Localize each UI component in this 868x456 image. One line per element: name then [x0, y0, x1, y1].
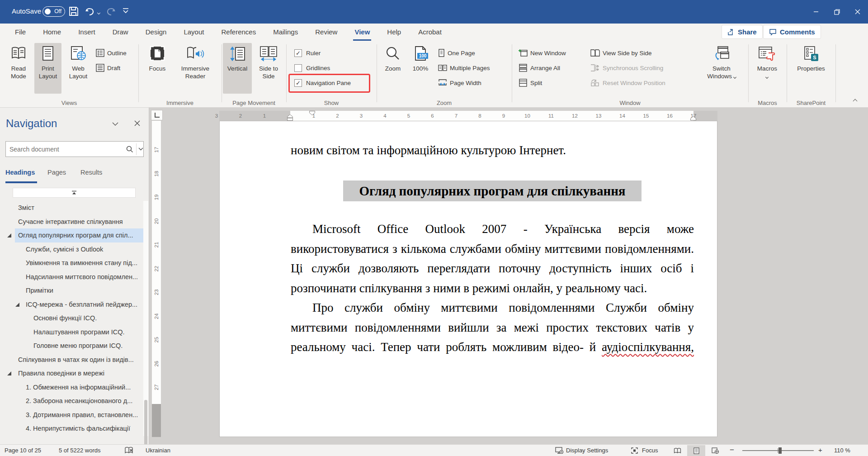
zoom-out-button[interactable]: − [730, 444, 734, 456]
navigation-close-icon[interactable] [134, 120, 141, 127]
page-width-button[interactable]: Page Width [438, 77, 481, 89]
document-page[interactable]: новим світом та інформаційною культурою … [219, 121, 717, 437]
horizontal-ruler[interactable]: 321 1234567891011121314151617 [219, 111, 717, 121]
heading-item[interactable]: ICQ-мережа - безплатний пейджер... [0, 298, 144, 312]
save-button[interactable] [68, 5, 80, 18]
view-side-by-side-button[interactable]: View Side by Side [590, 47, 652, 59]
macros-button[interactable]: Macros [753, 43, 782, 94]
draft-button[interactable]: Draft [96, 62, 120, 74]
search-input[interactable] [9, 142, 123, 157]
navigation-options-chevron-icon[interactable] [112, 122, 118, 126]
restore-button[interactable] [826, 0, 847, 24]
tab-review[interactable]: Review [307, 24, 346, 41]
web-layout-button[interactable]: Web Layout [64, 43, 92, 94]
heading-item[interactable]: Головне меню програми ICQ. [0, 339, 144, 353]
tab-file[interactable]: File [6, 24, 34, 41]
heading-item[interactable]: 1. Обмеження на інформаційний... [0, 380, 144, 394]
vertical-ruler[interactable]: 1718192021222324252627 [152, 121, 161, 437]
one-page-button[interactable]: One Page [438, 47, 475, 59]
search-icon[interactable] [126, 146, 133, 153]
heading-item[interactable]: Правила поведінки в мережі [0, 366, 144, 380]
collapse-ribbon-icon[interactable] [853, 99, 858, 104]
zoom-slider-thumb[interactable] [778, 447, 782, 454]
ruler-checkbox[interactable] [294, 49, 302, 57]
immersive-reader-button[interactable]: Immersive Reader [173, 43, 218, 94]
vertical-button[interactable]: Vertical [223, 43, 252, 94]
focus-mode-label[interactable]: Focus [642, 445, 658, 456]
focus-mode-icon[interactable] [631, 447, 638, 454]
undo-button[interactable] [84, 5, 97, 18]
word-count[interactable]: 5 of 5222 words [59, 445, 101, 456]
zoom-in-button[interactable]: + [818, 444, 822, 456]
tab-mailings[interactable]: Mailings [264, 24, 307, 41]
tab-draw[interactable]: Draw [104, 24, 137, 41]
nav-scrollbar[interactable] [143, 201, 148, 436]
tab-selector[interactable] [151, 110, 163, 120]
tab-home[interactable]: Home [34, 24, 70, 41]
heading-item[interactable]: Служби, сумісні з Outlook [0, 242, 144, 256]
reset-window-position-button[interactable]: Reset Window Position [590, 77, 665, 89]
autosave-toggle[interactable]: Off [42, 6, 65, 17]
right-indent-marker[interactable] [690, 116, 696, 121]
display-settings-label[interactable]: Display Settings [566, 445, 608, 456]
display-settings-icon[interactable] [555, 447, 563, 454]
nav-tab-results[interactable]: Results [80, 169, 102, 176]
heading-item[interactable]: Надсилання миттєвого повідомлен... [0, 270, 144, 284]
customize-quick-access-toolbar-icon[interactable] [122, 7, 135, 20]
tab-references[interactable]: References [212, 24, 264, 41]
proofing-errors-icon[interactable] [125, 447, 134, 454]
left-indent-marker[interactable] [287, 114, 293, 121]
zoom-percentage[interactable]: 110 % [834, 445, 850, 456]
language-indicator[interactable]: Ukrainian [146, 445, 170, 456]
search-dropdown-chevron-icon[interactable] [138, 147, 143, 151]
outline-button[interactable]: Outline [96, 47, 127, 59]
comments-button[interactable]: Comments [763, 25, 821, 39]
ruler-checkbox-row[interactable]: Ruler [294, 48, 321, 58]
heading-item[interactable]: 2. Заборона несанкціонованого д... [0, 394, 144, 408]
print-layout-button[interactable]: Print Layout [34, 43, 61, 94]
properties-button[interactable]: S Properties [793, 43, 829, 94]
heading-item[interactable]: Сучасне інтерактивне спілкування [0, 215, 144, 229]
read-mode-button[interactable]: Read Mode [5, 43, 32, 94]
status-print-layout-button[interactable] [687, 445, 705, 456]
status-web-layout-button[interactable] [706, 445, 724, 456]
heading-item[interactable]: Зміст [0, 201, 144, 215]
gridlines-checkbox[interactable] [294, 64, 302, 72]
side-to-side-button[interactable]: Side to Side [254, 43, 283, 94]
status-read-mode-button[interactable] [668, 445, 686, 456]
gridlines-checkbox-row[interactable]: Gridlines [294, 62, 330, 73]
heading-item[interactable]: 4. Неприпустимість фальсифікації [0, 422, 144, 436]
undo-dropdown-chevron[interactable] [97, 11, 100, 14]
nav-tab-pages[interactable]: Pages [47, 169, 66, 176]
page-indicator[interactable]: Page 10 of 25 [5, 445, 41, 456]
tab-layout[interactable]: Layout [175, 24, 212, 41]
heading-item[interactable]: Спілкування в чатах як один із видів... [0, 353, 144, 367]
tab-view[interactable]: View [346, 24, 378, 41]
tab-acrobat[interactable]: Acrobat [410, 24, 450, 41]
nav-tab-headings[interactable]: Headings [5, 169, 35, 176]
tab-insert[interactable]: Insert [70, 24, 104, 41]
synchronous-scrolling-button[interactable]: Synchronous Scrolling [590, 62, 663, 74]
heading-item[interactable]: Примітки [0, 284, 144, 298]
tab-design[interactable]: Design [137, 24, 175, 41]
heading-item[interactable]: Увімкнення та вимкнення стану під... [0, 256, 144, 270]
new-window-button[interactable]: New Window [519, 47, 566, 59]
switch-windows-button[interactable]: Switch Windows [703, 43, 740, 94]
collapse-triangle-icon[interactable] [7, 233, 11, 238]
share-button[interactable]: Share [722, 25, 763, 39]
first-line-indent-marker[interactable] [309, 111, 315, 115]
heading-item-selected[interactable]: Огляд популярних програм для спіл... [15, 228, 144, 242]
jump-to-beginning-bar[interactable] [13, 188, 136, 198]
tab-help[interactable]: Help [378, 24, 410, 41]
heading-item[interactable]: 3. Дотримання правил, встановлен... [0, 408, 144, 422]
minimize-button[interactable] [806, 0, 826, 24]
focus-button[interactable]: Focus [145, 43, 170, 94]
close-button[interactable] [847, 0, 868, 24]
multiple-pages-button[interactable]: Multiple Pages [438, 62, 490, 74]
collapse-triangle-icon[interactable] [15, 303, 19, 307]
split-button[interactable]: Split [519, 77, 542, 89]
heading-item[interactable]: Основні функції ICQ. [0, 311, 144, 325]
arrange-all-button[interactable]: Arrange All [519, 62, 560, 74]
zoom-slider-track[interactable] [742, 450, 814, 451]
heading-item[interactable]: Налаштування програми ICQ. [0, 325, 144, 339]
